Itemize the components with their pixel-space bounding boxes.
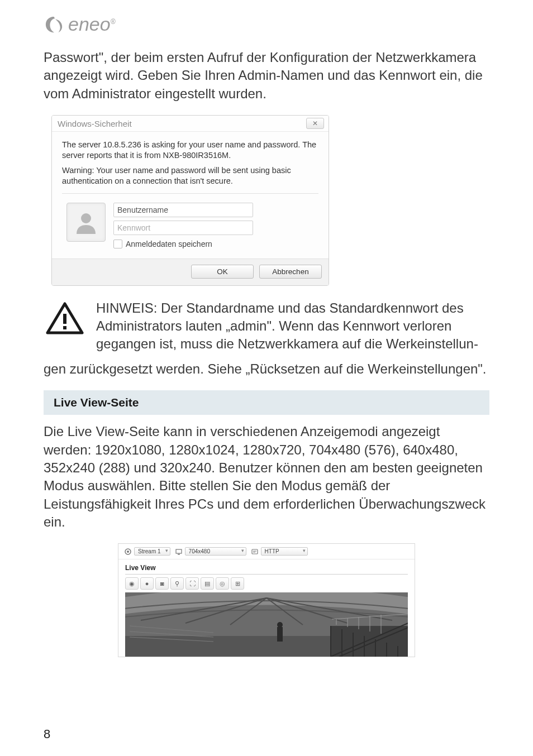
dialog-message-2: Warning: Your user name and password wil… xyxy=(62,163,318,189)
lv-tool-btn-6[interactable]: ▤ xyxy=(201,577,214,590)
lv-tool-btn-1[interactable]: ◉ xyxy=(125,577,139,590)
protocol-icon xyxy=(251,548,259,556)
dialog-message-1: The server 10.8.5.236 is asking for your… xyxy=(62,137,318,163)
live-view-screenshot: Stream 1 704x480 HTTP Live View ◉ ● ◙ xyxy=(118,543,415,657)
svg-rect-2 xyxy=(63,326,66,329)
live-view-paragraph: Die Live View-Seite kann in verschiedene… xyxy=(44,423,489,531)
lv-tool-btn-7[interactable]: ◎ xyxy=(216,577,229,590)
record-icon: ◉ xyxy=(129,580,135,587)
lv-tool-btn-5[interactable]: ⛶ xyxy=(185,577,199,590)
user-icon xyxy=(73,209,99,235)
protocol-select[interactable]: HTTP xyxy=(261,547,308,556)
dialog-title: Windows-Sicherheit xyxy=(58,119,132,128)
password-input[interactable]: Kennwort xyxy=(113,221,253,235)
stream-select[interactable]: Stream 1 xyxy=(134,547,170,556)
svg-point-36 xyxy=(277,622,283,628)
username-input[interactable]: Benutzername xyxy=(113,203,253,217)
svg-point-0 xyxy=(81,213,91,223)
close-icon: ✕ xyxy=(312,119,318,127)
dot-icon: ● xyxy=(145,580,149,587)
remember-label: Anmeldedaten speichern xyxy=(126,240,212,248)
notice-text-1: HINWEIS: Der Standardname und das Standa… xyxy=(96,299,489,353)
lv-tool-btn-2[interactable]: ● xyxy=(140,577,154,590)
page-number: 8 xyxy=(44,727,50,741)
svg-point-4 xyxy=(127,551,129,553)
intro-paragraph: Passwort", der beim ersten Aufruf der Ko… xyxy=(44,49,489,103)
target-icon: ◎ xyxy=(220,580,225,587)
cancel-button[interactable]: Abbrechen xyxy=(259,265,322,279)
protocol-selector-group: HTTP xyxy=(251,547,308,556)
windows-security-dialog: Windows-Sicherheit ✕ The server 10.8.5.2… xyxy=(51,115,329,285)
notice-text-2: gen zurückgesetzt werden. Siehe „Rückset… xyxy=(44,360,489,378)
svg-rect-1 xyxy=(63,314,66,324)
stream-selector-group: Stream 1 xyxy=(124,547,170,556)
live-view-video-frame xyxy=(125,592,408,657)
live-view-topbar: Stream 1 704x480 HTTP xyxy=(118,544,415,559)
expand-icon: ⛶ xyxy=(189,580,196,587)
lv-tool-btn-8[interactable]: ⊞ xyxy=(231,577,244,590)
svg-rect-35 xyxy=(277,627,283,642)
close-button[interactable]: ✕ xyxy=(306,118,324,129)
ok-button[interactable]: OK xyxy=(191,265,254,279)
grid-icon: ⊞ xyxy=(235,580,240,587)
warning-triangle-icon xyxy=(44,299,86,335)
monitor-icon xyxy=(175,548,183,556)
lv-tool-btn-3[interactable]: ◙ xyxy=(155,577,169,590)
credential-avatar xyxy=(66,203,106,242)
resolution-select[interactable]: 704x480 xyxy=(185,547,246,556)
remember-checkbox[interactable] xyxy=(113,240,122,248)
svg-rect-6 xyxy=(178,554,180,555)
brand-swirl-icon xyxy=(44,15,65,34)
live-view-toolbar: ◉ ● ◙ ⚲ ⛶ ▤ ◎ ⊞ xyxy=(125,577,408,592)
camera-icon: ◙ xyxy=(160,580,164,587)
stream-icon xyxy=(124,548,132,556)
registered-mark: ® xyxy=(111,18,116,26)
brand-name: eneo xyxy=(68,13,111,35)
lv-tool-btn-4[interactable]: ⚲ xyxy=(170,577,184,590)
svg-rect-5 xyxy=(176,549,182,553)
divider xyxy=(62,193,318,194)
section-header-live-view: Live View-Seite xyxy=(44,390,489,415)
resolution-selector-group: 704x480 xyxy=(175,547,246,556)
file-icon: ▤ xyxy=(204,580,210,587)
dialog-titlebar: Windows-Sicherheit ✕ xyxy=(52,116,329,132)
zoom-icon: ⚲ xyxy=(175,580,179,587)
svg-rect-7 xyxy=(252,549,258,554)
live-view-panel-title: Live View xyxy=(125,562,408,575)
brand-logo: eneo® xyxy=(44,13,489,35)
